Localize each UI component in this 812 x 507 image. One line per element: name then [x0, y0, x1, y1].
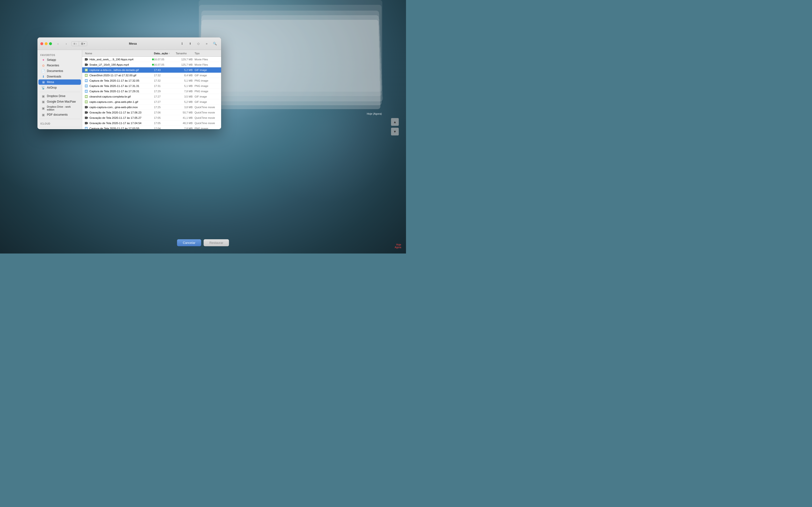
sidebar-item-downloads[interactable]: ⬇ Downloads	[39, 74, 81, 79]
file-size: 8,4 MB	[176, 74, 193, 77]
tm-up-button[interactable]: ▲	[391, 118, 399, 126]
sidebar-item-dropbox[interactable]: ▣ Dropbox Drive	[39, 94, 81, 99]
sidebar-item-recentes[interactable]: ⊙ Recentes	[39, 63, 81, 68]
googledrive-icon: ▣	[41, 100, 45, 104]
file-size: 7,8 MB	[176, 127, 193, 129]
table-row[interactable]: Gravação de Tela 2020-11-17 às 17.06.231…	[82, 110, 221, 115]
dropbox-work-icon: ▣	[41, 106, 45, 110]
file-size: 3,8 MB	[176, 106, 193, 109]
table-row[interactable]: cleanshot-captura-completa-br.gif17:273,…	[82, 94, 221, 99]
sidebar-item-airdrop[interactable]: 📡 AirDrop	[39, 85, 81, 90]
grid-view-button[interactable]: ⊞ ▾	[79, 42, 87, 46]
mesa-icon: 🖥	[41, 80, 45, 84]
col-header-type[interactable]: Tipo	[193, 52, 219, 55]
svg-rect-15	[85, 101, 87, 103]
file-date: 17:05	[154, 122, 176, 125]
file-icon	[84, 57, 89, 62]
tm-down-button[interactable]: ▼	[391, 128, 399, 135]
table-row[interactable]: Captura de Tela 2020-11-17 às 17.31.3117…	[82, 83, 221, 89]
time-machine-timeline: Hoje Agora	[395, 243, 401, 249]
col-header-date[interactable]: Data...ação ↓	[154, 52, 176, 55]
back-button[interactable]: ‹	[55, 41, 61, 46]
restore-button[interactable]: Restaurar	[203, 239, 229, 246]
sidebar-item-setapp[interactable]: ✦ Setapp	[39, 57, 81, 62]
file-type: QuickTime movie	[193, 116, 219, 119]
more-button[interactable]: »	[203, 41, 210, 46]
status-dot	[152, 64, 154, 66]
file-type: GIF image	[193, 74, 219, 77]
tag-button[interactable]: ◇	[195, 41, 202, 46]
status-dot	[152, 58, 154, 60]
table-row[interactable]: Gravação de Tela 2020-11-17 às 17.04.541…	[82, 120, 221, 126]
sidebar-label-downloads: Downloads	[47, 75, 61, 78]
file-name: capto-captura-com...gina-web-ptbr-1.gif	[89, 101, 154, 103]
file-size: 5,2 MB	[176, 68, 193, 71]
file-type: Movie Files	[193, 63, 219, 66]
file-type: GIF image	[193, 95, 219, 98]
file-size: 125,7 MB	[176, 63, 193, 66]
airdrop-icon: 📡	[41, 86, 45, 90]
finder-dialog: ‹ › ≡ ↕ ⊞ ▾ Mesa ℹ ⬆ ◇	[38, 38, 221, 129]
list-view-button[interactable]: ≡ ↕	[71, 42, 79, 46]
file-date: 17:27	[154, 95, 176, 98]
col-header-size[interactable]: Tamanho	[176, 52, 193, 55]
time-machine-controls: Hoje (Agora) ▲ ▼	[391, 118, 399, 135]
sidebar: Favoritos ✦ Setapp ⊙ Recentes 📄 Document…	[38, 50, 82, 129]
sidebar-item-dropbox-work[interactable]: ▣ Dropbox Drive - work edition	[39, 105, 81, 112]
file-size: 129,7 MB	[176, 58, 193, 61]
table-row[interactable]: Captura de Tela 2020-11-17 às 17.03.5517…	[82, 126, 221, 129]
search-icon: 🔍	[213, 42, 217, 45]
file-type: PNG image	[193, 79, 219, 82]
cancel-button[interactable]: Cancelar	[177, 239, 201, 246]
sidebar-item-googledrive[interactable]: ▣ Google Drive MacPaw	[39, 99, 81, 104]
col-header-name[interactable]: Nome	[84, 52, 154, 55]
info-button[interactable]: ℹ	[179, 41, 185, 46]
svg-rect-16	[85, 106, 87, 108]
table-row[interactable]: capto-captura-com...gina-web-ptbr.mov17:…	[82, 105, 221, 110]
view-options: ≡ ↕ ⊞ ▾	[71, 41, 87, 46]
file-date: 17:32	[154, 79, 176, 82]
close-button[interactable]	[40, 42, 43, 45]
table-row[interactable]: Snake_LF_16x9_190 Apps.mp416.07.05125,7 …	[82, 62, 221, 67]
sidebar-label-mesa: Mesa	[47, 80, 54, 84]
share-icon: ⬆	[189, 42, 191, 45]
file-date: 17:43	[154, 68, 176, 71]
file-name: Captura de Tela 2020-11-17 às 17.03.55	[89, 127, 154, 129]
sidebar-label-documentos: Documentos	[47, 69, 63, 73]
file-name: capturar-a-tela-co...talhos-de-teclado.g…	[89, 68, 154, 71]
search-button[interactable]: 🔍	[211, 41, 218, 46]
sidebar-label-recentes: Recentes	[47, 64, 59, 67]
table-row[interactable]: capto-captura-com...gina-web-ptbr-1.gif1…	[82, 99, 221, 105]
svg-rect-13	[85, 96, 87, 97]
title-bar: ‹ › ≡ ↕ ⊞ ▾ Mesa ℹ ⬆ ◇	[38, 38, 221, 50]
table-row[interactable]: Hide_and_seek_...9_190 Apps.mp416.07.051…	[82, 57, 221, 62]
more-icon: »	[206, 42, 207, 45]
icloud-header: iCloud	[38, 120, 82, 125]
svg-rect-3	[85, 69, 87, 71]
minimize-button[interactable]	[45, 42, 48, 45]
file-icon	[84, 62, 89, 67]
main-content: Favoritos ✦ Setapp ⊙ Recentes 📄 Document…	[38, 50, 221, 129]
sidebar-item-mesa[interactable]: 🖥 Mesa	[39, 79, 81, 85]
file-icon	[84, 68, 89, 72]
table-row[interactable]: CleanShot-2020-11-17-at-17.32.00.gif17:3…	[82, 73, 221, 78]
table-row[interactable]: Gravação de Tela 2020-11-17 às 17.05.271…	[82, 115, 221, 120]
table-row[interactable]: Captura de Tela 2020-11-17 às 17.32.0517…	[82, 78, 221, 83]
traffic-lights	[40, 42, 52, 45]
sidebar-item-documentos[interactable]: 📄 Documentos	[39, 68, 81, 74]
table-row[interactable]: capturar-a-tela-co...talhos-de-teclado.g…	[82, 67, 221, 73]
forward-button[interactable]: ›	[63, 41, 69, 46]
svg-rect-9	[85, 85, 87, 87]
table-row[interactable]: Captura de Tela 2020-11-17 às 17.29.3117…	[82, 89, 221, 94]
sidebar-item-pdf[interactable]: ▣ PDF documents	[39, 112, 81, 117]
file-name: Captura de Tela 2020-11-17 às 17.32.05	[89, 79, 154, 82]
col-type-label: Tipo	[195, 52, 200, 55]
timeline-agora-label: Agora	[395, 246, 401, 249]
view-switcher: ≡ ↕ ⊞ ▾	[71, 41, 87, 46]
file-date: 17:32	[154, 74, 176, 77]
share-button[interactable]: ⬆	[187, 41, 194, 46]
file-icon	[84, 110, 89, 115]
maximize-button[interactable]	[49, 42, 52, 45]
grid-icon: ⊞	[81, 42, 83, 45]
sidebar-label-dropbox-work: Dropbox Drive - work edition	[47, 105, 78, 111]
